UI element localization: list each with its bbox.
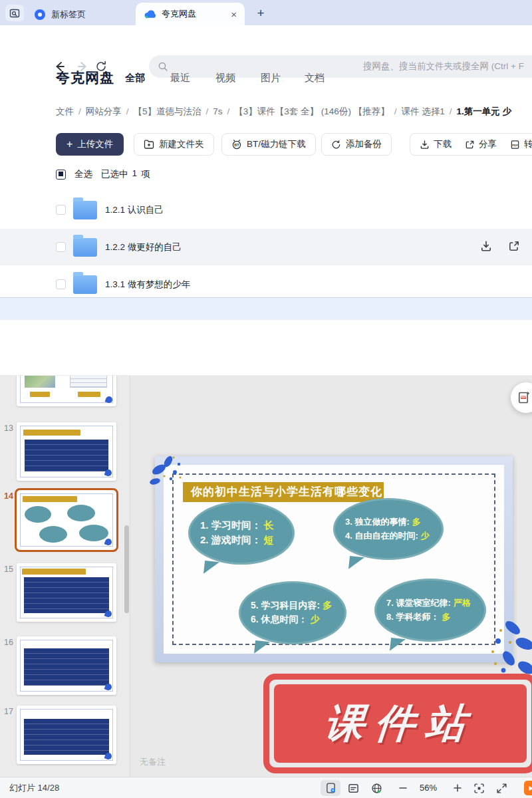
- fit-screen-icon[interactable]: [471, 780, 487, 796]
- slide-thumbnail-selected[interactable]: [17, 490, 116, 550]
- screen: 新标签页 夸克网盘 × + 搜网盘、搜当前文件夹或搜全网 (Ctrl + F 夸…: [0, 0, 532, 798]
- slide-thumbnail[interactable]: [17, 563, 116, 622]
- thumb-table: [70, 376, 107, 388]
- browser-tab-newtab[interactable]: 新标签页: [27, 3, 130, 25]
- convert-label: 转为: [524, 138, 532, 150]
- slide-counter: 幻灯片 14/28: [9, 777, 59, 798]
- thumb-text-block: [24, 577, 109, 613]
- globe-translate-icon[interactable]: [368, 780, 384, 796]
- svg-text:PDF: PDF: [521, 396, 526, 399]
- row-checkbox[interactable]: [56, 242, 66, 252]
- file-name[interactable]: 1.2.1 认识自己: [105, 204, 164, 216]
- select-all-checkbox[interactable]: [56, 170, 66, 180]
- tab-manager-icon[interactable]: [5, 5, 24, 21]
- zoom-out-icon[interactable]: [395, 780, 411, 796]
- thumb-bubble: [79, 525, 108, 541]
- download-button[interactable]: 下载: [420, 138, 452, 150]
- stamp-inner: 课件站: [274, 684, 527, 763]
- browser-tab-quark-drive[interactable]: 夸克网盘 ×: [136, 3, 245, 25]
- notes-icon[interactable]: [345, 780, 361, 796]
- breadcrumb-item[interactable]: 【3】课件【3套 全】 (146份) 【推荐】: [234, 106, 389, 116]
- thumb-text-block: [25, 440, 108, 471]
- page-title: 夸克网盘: [56, 68, 114, 87]
- thumbnail-scrollbar[interactable]: [124, 525, 129, 613]
- thumbnail-panel-toggle-icon[interactable]: [321, 780, 340, 796]
- add-backup-label: 添加备份: [346, 138, 382, 150]
- select-all-label[interactable]: 全选: [74, 168, 92, 180]
- new-folder-button[interactable]: 新建文件夹: [134, 133, 214, 156]
- tab-doc[interactable]: 文档: [305, 72, 325, 84]
- search-icon: [158, 61, 168, 74]
- file-name[interactable]: 1.3.1 做有梦想的少年: [105, 279, 190, 291]
- pdf-convert-float-button[interactable]: PDF: [511, 382, 532, 413]
- thumb-bubble: [25, 506, 51, 523]
- breadcrumb-current: 1.第一单元 少: [456, 106, 511, 116]
- thumb-number: 15: [1, 565, 13, 574]
- thumb-bubble: [67, 505, 95, 521]
- file-row[interactable]: 1.2.1 认识自己: [0, 192, 532, 228]
- row-share-icon[interactable]: [508, 240, 521, 253]
- thumb-number: 17: [1, 707, 13, 716]
- svg-text:PDF: PDF: [512, 143, 518, 146]
- breadcrumb-item[interactable]: 【5】道德与法治: [134, 106, 201, 116]
- pdf-icon: PDF: [510, 140, 520, 150]
- breadcrumb-item[interactable]: 文件: [56, 106, 74, 116]
- backup-icon: [331, 140, 341, 150]
- row-download-icon[interactable]: [480, 240, 493, 253]
- slide-thumbnail[interactable]: [17, 376, 116, 406]
- viewer-title-bar[interactable]: 夸克网盘: [0, 298, 532, 320]
- bt-icon: BT: [231, 139, 242, 150]
- thumb-label: [30, 392, 50, 397]
- speech-bubble: 5. 学习科目内容:多 6. 休息时间：少: [239, 581, 346, 644]
- upload-button[interactable]: + 上传文件: [56, 133, 124, 156]
- thumb-title-bar: [22, 569, 86, 575]
- search-input[interactable]: 搜网盘、搜当前文件夹或搜全网 (Ctrl + F: [149, 55, 532, 78]
- slide-thumbnail[interactable]: [17, 706, 116, 764]
- file-name[interactable]: 1.2.2 做更好的自己: [105, 241, 182, 253]
- tab-close-icon[interactable]: ×: [231, 9, 237, 20]
- tab-label: 夸克网盘: [162, 8, 196, 20]
- viewer-doc-toolbar: 全部文档 P 1.1.1 奏响中学序曲.pptx 收藏 分享 下载 编辑: [0, 320, 532, 348]
- breadcrumb-item[interactable]: 课件 选择1: [401, 106, 444, 116]
- row-checkbox[interactable]: [56, 279, 66, 289]
- breadcrumb-separator: /: [450, 106, 452, 116]
- breadcrumb-item[interactable]: 7s: [213, 106, 222, 116]
- bt-download-label: BT/磁力链下载: [247, 138, 306, 150]
- selected-count-text: 已选中1项: [101, 168, 150, 180]
- folder-icon: [73, 238, 97, 257]
- add-backup-button[interactable]: 添加备份: [321, 133, 392, 156]
- svg-text:BT: BT: [234, 143, 239, 147]
- slide-thumbnail[interactable]: [17, 422, 116, 481]
- tab-image[interactable]: 图片: [261, 72, 281, 84]
- row-checkbox[interactable]: [56, 205, 66, 215]
- new-tab-button[interactable]: +: [253, 5, 269, 21]
- breadcrumb-separator: /: [394, 106, 397, 116]
- thumb-text-block: [24, 719, 109, 755]
- file-row[interactable]: 1.3.1 做有梦想的少年: [0, 266, 532, 298]
- tab-label: 新标签页: [51, 9, 86, 21]
- thumb-title-bar: [23, 430, 80, 436]
- file-row[interactable]: 1.2.2 做更好的自己: [0, 229, 532, 265]
- convert-button[interactable]: PDF 转为: [510, 138, 532, 150]
- bt-download-button[interactable]: BT BT/磁力链下载: [221, 133, 316, 156]
- breadcrumb-item[interactable]: 网站分享: [86, 106, 122, 116]
- tab-all[interactable]: 全部: [125, 72, 145, 84]
- breadcrumb-separator: /: [78, 106, 81, 116]
- tab-recent[interactable]: 最近: [170, 72, 190, 84]
- presentation-mode-icon[interactable]: ▶: [524, 781, 532, 795]
- breadcrumb-separator: /: [206, 106, 209, 116]
- speech-bubble: 3. 独立做的事情:多 4. 自由自在的时间:少: [333, 498, 444, 560]
- zoom-level[interactable]: 56%: [414, 777, 443, 798]
- folder-icon: [73, 275, 97, 294]
- browser-tab-bar: 新标签页 夸克网盘 × +: [0, 0, 532, 25]
- viewer-content: 13 14 15: [0, 376, 532, 777]
- zoom-in-icon[interactable]: [450, 780, 466, 796]
- download-label: 下载: [434, 138, 452, 150]
- share-button[interactable]: 分享: [465, 138, 497, 150]
- tab-video[interactable]: 视频: [215, 72, 235, 84]
- fullscreen-icon[interactable]: [493, 780, 509, 796]
- slide-thumbnail-panel[interactable]: 13 14 15: [0, 376, 130, 777]
- share-icon: [465, 140, 475, 150]
- slide-thumbnail[interactable]: [17, 636, 116, 695]
- breadcrumb-separator: /: [126, 106, 129, 116]
